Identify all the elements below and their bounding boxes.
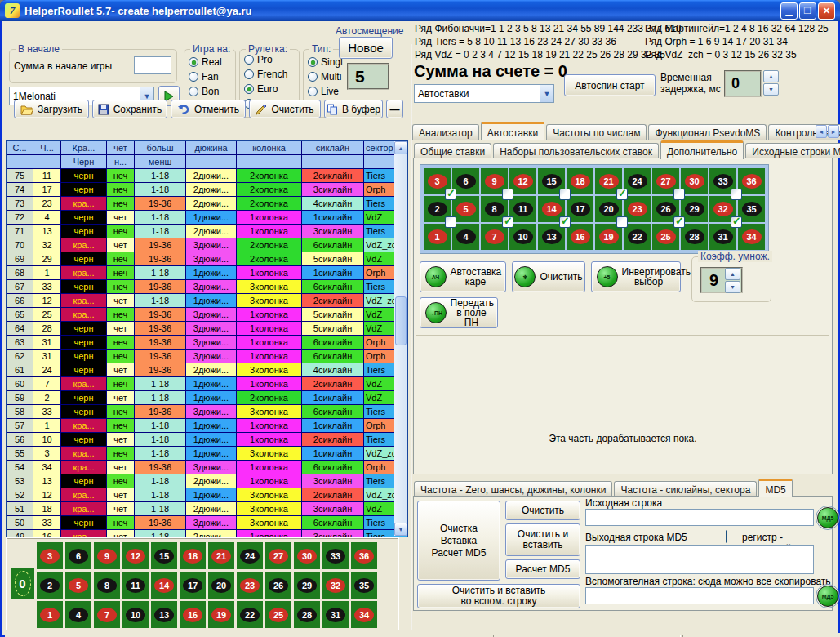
save-button[interactable]: Сохранить — [92, 100, 167, 118]
table-row[interactable]: 553кра...неч1-181дюжи...3колонка1сиклайн… — [7, 447, 407, 461]
board-number-9[interactable]: 9 — [94, 542, 120, 569]
board-number-4[interactable]: 4 — [452, 224, 479, 250]
board-number-36[interactable]: 36 — [351, 542, 377, 569]
board-number-27[interactable]: 27 — [265, 542, 291, 569]
radio-pro[interactable]: Pro — [244, 54, 295, 65]
invert-selection-button[interactable]: +5 Инвертировать выбор — [591, 261, 681, 292]
board-number-1[interactable]: 1 — [37, 601, 63, 628]
md5-clear-paste-aux-button[interactable]: Очистить и вставить во вспом. строку — [417, 584, 580, 608]
table-row[interactable]: 6525кра...неч19-363дюжи...1колонка5сикла… — [7, 308, 407, 322]
split-checkbox-top-3[interactable] — [559, 189, 571, 200]
split-checkbox-top-6[interactable] — [731, 189, 742, 200]
table-row[interactable]: 5118кра...чет1-182дюжи...3колонка3сиклай… — [7, 502, 407, 516]
board-number-33[interactable]: 33 — [322, 542, 349, 569]
split-checkbox-bottom-6[interactable] — [731, 216, 742, 228]
close-button[interactable]: ✕ — [818, 2, 835, 20]
split-checkbox-bottom-3[interactable] — [559, 216, 571, 228]
tab-bottom-3[interactable]: MD5 — [758, 479, 792, 497]
tab-main-4[interactable]: Функционал PsevdoMS — [648, 124, 767, 140]
new-autoshift-button[interactable]: Новое — [339, 37, 393, 59]
coef-spinner[interactable]: ▲ ▼ — [725, 268, 740, 293]
board-number-26[interactable]: 26 — [265, 572, 291, 599]
table-row[interactable]: 5313черннеч1-182дюжи...1колонка3сиклайнT… — [7, 474, 407, 488]
board-number-28[interactable]: 28 — [294, 601, 320, 628]
split-checkbox-top-5[interactable] — [673, 189, 685, 200]
table-row[interactable]: 6929черннеч19-363дюжи...2колонка5сиклайн… — [7, 252, 407, 266]
undo-button[interactable]: Отменить — [171, 100, 246, 118]
autospin-start-button[interactable]: Автоспин старт — [564, 74, 656, 96]
table-row[interactable]: 7417черннеч1-182дюжи...2колонка3сиклайнO… — [7, 183, 407, 197]
board-number-16[interactable]: 16 — [567, 224, 593, 250]
table-row[interactable]: 5434кра...чет19-363дюжи...1колонка6сикла… — [7, 461, 407, 474]
table-row[interactable]: 724чернчет1-181дюжи...1колонка1сиклайнVd… — [7, 211, 407, 225]
start-sum-input[interactable] — [134, 56, 171, 74]
board-number-31[interactable]: 31 — [322, 601, 349, 628]
board-number-30[interactable]: 30 — [294, 542, 320, 569]
md5-clear-paste-button[interactable]: Очистить и вставить — [505, 523, 580, 556]
split-checkbox-top-4[interactable] — [616, 189, 628, 200]
radio-bon[interactable]: Bon — [189, 86, 231, 97]
table-row[interactable]: 7323кра...неч19-362дюжи...2колонка4сикла… — [7, 197, 407, 211]
board-number-2[interactable]: 2 — [37, 572, 63, 599]
minimize-button[interactable]: ▁ — [780, 2, 798, 20]
board-number-20[interactable]: 20 — [208, 572, 234, 599]
board-number-14[interactable]: 14 — [151, 572, 177, 599]
clear-selection-button[interactable]: ✻ Очистить — [512, 261, 585, 292]
delay-spinner[interactable]: ▲ ▼ — [763, 70, 779, 96]
scroll-down-icon[interactable]: ▼ — [394, 523, 407, 536]
board-number-10[interactable]: 10 — [122, 601, 149, 628]
md5-clear-button[interactable]: Очистить — [505, 501, 580, 520]
board-number-7[interactable]: 7 — [94, 601, 120, 628]
board-number-13[interactable]: 13 — [151, 601, 177, 628]
md5-out-input[interactable] — [585, 545, 814, 574]
transfer-button[interactable]: →ПН Передать в поле ПН — [420, 297, 498, 328]
table-row[interactable]: 681кра...неч1-181дюжи...1колонка1сиклайн… — [7, 266, 407, 280]
tab-main-3[interactable]: Частоты по числам — [546, 124, 647, 140]
tab-bottom-1[interactable]: Частота - Zero, шансы, дюжины, колонки — [414, 481, 612, 497]
clear-button[interactable]: Очистить — [249, 100, 321, 118]
board-number-34[interactable]: 34 — [738, 224, 765, 250]
table-row[interactable]: 6124чернчет19-362дюжи...3колонка4сиклайн… — [7, 363, 407, 377]
md5-aux-input[interactable] — [585, 587, 814, 604]
kare-autobet-button[interactable]: АЧ Автоставка каре — [420, 261, 506, 292]
to-clipboard-button[interactable]: В буфер — [324, 100, 383, 118]
md5-calc-icon[interactable]: МД5 — [817, 507, 838, 528]
table-row[interactable]: 5033черннеч19-363дюжи...3колонка6сиклайн… — [7, 516, 407, 530]
board-number-29[interactable]: 29 — [294, 572, 320, 599]
board-number-32[interactable]: 32 — [322, 572, 349, 599]
board-number-17[interactable]: 17 — [180, 572, 206, 599]
split-checkbox-bottom-2[interactable] — [502, 216, 513, 228]
scrollbar-thumb[interactable] — [395, 296, 407, 345]
board-number-8[interactable]: 8 — [94, 572, 120, 599]
md5-source-input[interactable] — [585, 509, 814, 526]
table-row[interactable]: 6428чернчет19-363дюжи...1колонка5сиклайн… — [7, 322, 407, 336]
table-scrollbar[interactable]: ▲ ▼ — [394, 141, 407, 536]
table-row[interactable]: 5610чернчет1-181дюжи...1колонка2сиклайнT… — [7, 433, 407, 447]
board-number-21[interactable]: 21 — [208, 542, 234, 569]
table-row[interactable]: 7032кра...чет19-363дюжи...2колонка6сикла… — [7, 238, 407, 252]
table-row[interactable]: 571кра...неч1-181дюжи...1колонка1сиклайн… — [7, 419, 407, 433]
board-number-10[interactable]: 10 — [509, 224, 536, 250]
board-number-25[interactable]: 25 — [265, 601, 291, 628]
tab-sub-2[interactable]: Наборы пользовательских ставок — [493, 143, 659, 158]
split-checkbox-bottom-1[interactable] — [445, 216, 456, 228]
split-checkbox-bottom-4[interactable] — [616, 216, 628, 228]
collapse-button[interactable]: — — [386, 100, 403, 118]
board-number-12[interactable]: 12 — [122, 542, 149, 569]
board-number-5[interactable]: 5 — [65, 572, 91, 599]
bets-combobox[interactable]: Автоставки ▼ — [414, 84, 554, 103]
lowercase-checkbox[interactable] — [726, 530, 727, 543]
tab-main-2[interactable]: Автоставки — [481, 122, 545, 140]
board-number-23[interactable]: 23 — [237, 572, 263, 599]
board-number-6[interactable]: 6 — [65, 542, 91, 569]
tabs-scroll-right-icon[interactable]: ► — [828, 125, 839, 138]
board-number-34[interactable]: 34 — [351, 601, 377, 628]
tab-sub-4[interactable]: Исходные строки МД — [745, 143, 840, 158]
board-number-22[interactable]: 22 — [237, 601, 263, 628]
tabs-scroll-left-icon[interactable]: ◄ — [816, 125, 827, 138]
table-row[interactable]: 6331черннеч19-363дюжи...1колонка6сиклайн… — [7, 336, 407, 350]
table-row[interactable]: 7113черннеч1-182дюжи...1колонка3сиклайнT… — [7, 225, 407, 238]
tab-main-1[interactable]: Анализатор — [412, 124, 479, 140]
board-number-24[interactable]: 24 — [237, 542, 263, 569]
board-number-3[interactable]: 3 — [37, 542, 63, 569]
